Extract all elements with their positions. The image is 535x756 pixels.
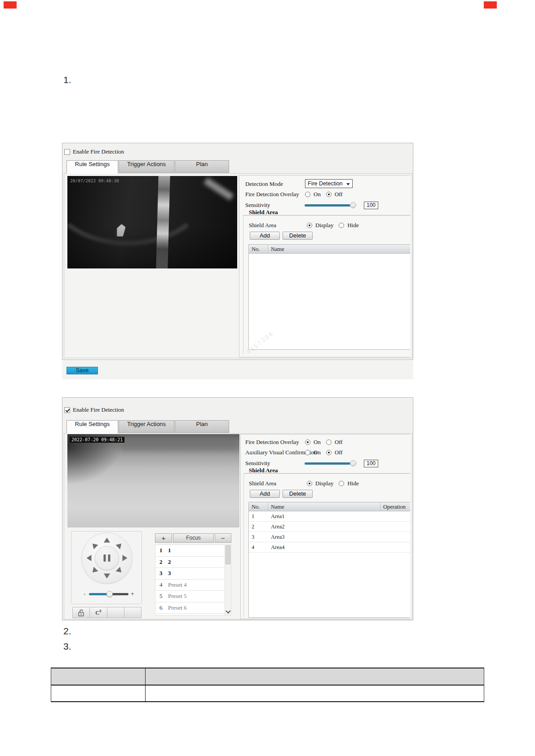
- open-padlock-icon: [77, 609, 86, 617]
- screenshot-fire-detection-enabled: Enable Fire Detection Rule Settings Trig…: [62, 379, 414, 624]
- delete-button[interactable]: Delete: [283, 232, 313, 240]
- overlay-label: Fire Detection Overlay: [245, 190, 299, 198]
- overlay-label: Fire Detection Overlay: [245, 438, 299, 446]
- preset-list: 11 22 33 4Preset 4 5Preset 5 6Preset 6: [155, 545, 231, 615]
- chevron-down-icon: [346, 183, 350, 185]
- column-operation: Operation: [380, 502, 410, 511]
- add-button[interactable]: Add: [250, 490, 280, 498]
- zoom-in-label[interactable]: +: [131, 590, 134, 597]
- camera-preview: 2022-07-20 09:48:21: [67, 434, 239, 527]
- shield-area-table: No. Name Operation 1 Area1 2 Area2 3 Are…: [248, 502, 410, 618]
- shield-hide-radio[interactable]: [339, 223, 344, 228]
- scrollbar-thumb[interactable]: [225, 545, 230, 564]
- shield-area-label: Shield Area: [249, 221, 276, 229]
- shield-hide-radio[interactable]: [339, 481, 344, 486]
- overlay-off-radio[interactable]: [326, 440, 332, 445]
- red-redaction-mark: [484, 1, 497, 9]
- table-row[interactable]: 4 Area4: [249, 542, 410, 553]
- step-number-1: 1.: [63, 75, 71, 85]
- pause-icon: [104, 554, 111, 562]
- ptz-stop-button[interactable]: [95, 546, 119, 570]
- shield-area-label: Shield Area: [249, 479, 276, 488]
- ptz-up-left-arrow[interactable]: [90, 541, 98, 549]
- aux-off-radio[interactable]: [326, 450, 332, 455]
- sensitivity-slider[interactable]: [305, 204, 350, 207]
- table-row[interactable]: 1 Area1: [249, 511, 410, 522]
- sensitivity-label: Sensitivity: [245, 459, 270, 467]
- column-name: Name: [268, 502, 380, 511]
- sensitivity-value[interactable]: 100: [364, 460, 378, 467]
- fieldset-line: [243, 473, 410, 474]
- ptz-down-arrow[interactable]: [104, 574, 110, 579]
- ptz-extra-button-1[interactable]: [107, 607, 124, 618]
- preset-item[interactable]: 4Preset 4: [155, 580, 231, 591]
- preset-scrollbar[interactable]: [225, 545, 231, 615]
- zoom-slider-thumb[interactable]: [106, 591, 113, 597]
- header-cell: [51, 668, 146, 685]
- step-number-3: 3.: [63, 641, 71, 652]
- sensitivity-value[interactable]: 100: [364, 202, 378, 209]
- reset-c0-icon: C0: [95, 609, 101, 616]
- table-row[interactable]: 3 Area3: [249, 532, 410, 542]
- ptz-extra-button-2[interactable]: [124, 607, 141, 618]
- video-shadow: [67, 176, 237, 268]
- ptz-reset-button[interactable]: C0: [90, 607, 107, 618]
- tab-plan[interactable]: Plan: [175, 160, 229, 173]
- sensitivity-label: Sensitivity: [245, 201, 270, 209]
- save-button[interactable]: Save: [66, 367, 98, 374]
- tab-rule-settings[interactable]: Rule Settings: [66, 160, 118, 174]
- ptz-up-arrow[interactable]: [104, 538, 110, 543]
- sensitivity-slider[interactable]: [305, 462, 350, 465]
- fieldset-line: [243, 473, 244, 617]
- shield-display-radio[interactable]: [307, 481, 312, 486]
- enable-fire-detection-checkbox[interactable]: [64, 407, 70, 413]
- preset-item[interactable]: 5Preset 5: [155, 591, 231, 602]
- focus-far-button[interactable]: −: [215, 533, 231, 543]
- tab-trigger-actions[interactable]: Trigger Actions: [119, 160, 174, 173]
- preset-item[interactable]: 22: [155, 557, 231, 568]
- delete-button[interactable]: Delete: [283, 490, 313, 498]
- tab-plan[interactable]: Plan: [175, 420, 229, 433]
- parameter-table-row: [51, 686, 484, 702]
- ptz-unlock-button[interactable]: [72, 607, 90, 618]
- ptz-down-right-arrow[interactable]: [115, 567, 124, 575]
- scroll-down-icon[interactable]: [226, 609, 230, 613]
- ptz-left-arrow[interactable]: [87, 555, 92, 561]
- enable-fire-detection-checkbox[interactable]: [64, 149, 70, 155]
- tab-trigger-actions[interactable]: Trigger Actions: [119, 420, 174, 433]
- detection-settings-box: Fire Detection Overlay On Off Auxiliary …: [240, 434, 410, 619]
- detection-mode-select[interactable]: Fire Detection: [305, 179, 353, 188]
- zoom-out-label[interactable]: -: [84, 590, 85, 597]
- ptz-zoom-slider[interactable]: [89, 593, 128, 595]
- header-cell: [146, 668, 484, 685]
- focus-label-button[interactable]: Focus: [173, 533, 214, 543]
- column-name: Name: [268, 245, 410, 253]
- ptz-right-arrow[interactable]: [123, 555, 128, 561]
- preset-item[interactable]: 33: [155, 568, 231, 580]
- save-strip: [62, 360, 413, 379]
- document-page: 1. Enable Fire Detection Rule Settings T…: [0, 0, 535, 756]
- shield-display-radio[interactable]: [307, 223, 312, 228]
- slider-thumb[interactable]: [350, 460, 356, 466]
- preset-item[interactable]: 11: [155, 545, 231, 557]
- aux-on-radio[interactable]: [305, 450, 310, 455]
- overlay-on-radio[interactable]: [305, 440, 310, 445]
- detection-settings-box: Detection Mode Fire Detection Fire Detec…: [239, 175, 410, 357]
- ptz-direction-pad: [81, 532, 133, 584]
- ptz-control-panel: - +: [71, 531, 142, 604]
- ptz-up-right-arrow[interactable]: [115, 541, 124, 549]
- red-redaction-mark: [4, 1, 17, 9]
- ptz-down-left-arrow[interactable]: [90, 567, 98, 575]
- add-button[interactable]: Add: [250, 232, 280, 240]
- overlay-on-radio[interactable]: [305, 192, 310, 197]
- focus-near-button[interactable]: +: [155, 533, 172, 543]
- parameter-table: [51, 668, 484, 702]
- video-timestamp: 20/07/2022 09:48:30: [70, 178, 119, 183]
- body-cell: [146, 686, 484, 701]
- overlay-off-radio[interactable]: [326, 192, 332, 197]
- slider-thumb[interactable]: [350, 202, 356, 208]
- tab-rule-settings[interactable]: Rule Settings: [66, 420, 118, 434]
- preset-item[interactable]: 6Preset 6: [155, 602, 231, 614]
- table-row[interactable]: 2 Area2: [249, 522, 410, 532]
- parameter-table-header: [51, 668, 484, 686]
